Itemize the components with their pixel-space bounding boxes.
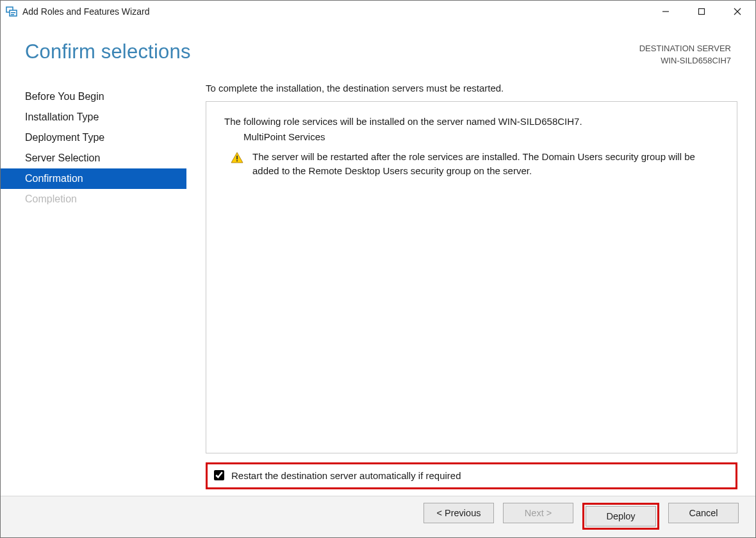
instruction-text: To complete the installation, the destin… <box>206 83 737 94</box>
previous-button[interactable]: < Previous <box>423 503 494 523</box>
wizard-main: To complete the installation, the destin… <box>186 77 755 496</box>
wizard-header: Confirm selections DESTINATION SERVER WI… <box>1 22 755 74</box>
warning-triangle-icon <box>231 151 246 168</box>
wizard-body: Before You Begin Installation Type Deplo… <box>1 74 755 496</box>
step-installation-type[interactable]: Installation Type <box>1 107 186 127</box>
intro-line: The following role services will be inst… <box>224 115 720 129</box>
warning-row: The server will be restarted after the r… <box>231 150 720 179</box>
deploy-button[interactable]: Deploy <box>586 506 656 526</box>
minimize-button[interactable] <box>648 1 684 22</box>
deploy-highlight: Deploy <box>582 503 659 530</box>
maximize-button[interactable] <box>684 1 719 22</box>
destination-server-block: DESTINATION SERVER WIN-SILD658CIH7 <box>639 40 731 67</box>
restart-checkbox-label: Restart the destination server automatic… <box>231 470 461 481</box>
restart-checkbox[interactable] <box>214 470 224 480</box>
cancel-button[interactable]: Cancel <box>668 503 739 523</box>
service-name: MultiPoint Services <box>243 130 720 145</box>
close-button[interactable] <box>719 1 755 22</box>
titlebar: Add Roles and Features Wizard <box>1 1 755 22</box>
wizard-steps: Before You Begin Installation Type Deplo… <box>1 77 186 496</box>
svg-rect-5 <box>699 9 705 15</box>
step-completion: Completion <box>1 189 186 209</box>
warning-text: The server will be restarted after the r… <box>252 150 720 179</box>
destination-server-name: WIN-SILD658CIH7 <box>639 55 731 67</box>
window-title: Add Roles and Features Wizard <box>22 6 149 17</box>
next-button: Next > <box>503 503 573 523</box>
wizard-window: Add Roles and Features Wizard Confirm se… <box>0 0 756 538</box>
step-server-selection[interactable]: Server Selection <box>1 148 186 168</box>
svg-rect-10 <box>236 160 238 161</box>
restart-checkbox-row[interactable]: Restart the destination server automatic… <box>206 462 737 489</box>
destination-server-label: DESTINATION SERVER <box>639 43 731 55</box>
svg-rect-9 <box>236 156 238 159</box>
svg-rect-2 <box>11 12 15 13</box>
wizard-footer: < Previous Next > Deploy Cancel <box>1 496 755 537</box>
step-deployment-type[interactable]: Deployment Type <box>1 127 186 148</box>
server-manager-icon <box>6 6 17 17</box>
svg-rect-3 <box>11 14 14 15</box>
confirmation-panel: The following role services will be inst… <box>206 101 737 453</box>
step-before-you-begin[interactable]: Before You Begin <box>1 86 186 107</box>
page-title: Confirm selections <box>25 40 191 63</box>
step-confirmation[interactable]: Confirmation <box>1 168 186 189</box>
